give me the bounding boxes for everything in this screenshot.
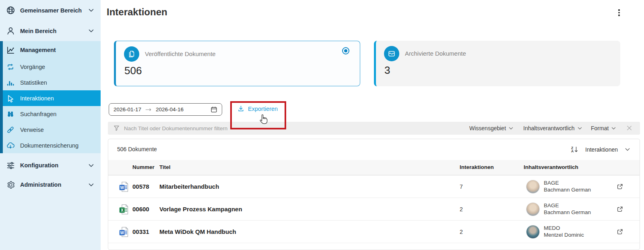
cell-interaktionen: 2 [460, 229, 463, 235]
owner-code: BAGE [544, 202, 591, 209]
open-external-icon[interactable] [616, 183, 623, 190]
date-range-picker[interactable]: 2026-01-17 2026-04-16 [109, 103, 222, 116]
download-icon [237, 105, 244, 112]
svg-text:X: X [121, 208, 124, 212]
sidebar-item-label: Mein Bereich [20, 28, 56, 34]
dropdown-label: Wissensgebiet [469, 125, 506, 131]
arrow-right-icon [145, 108, 152, 112]
table-row[interactable]: W 00331 Meta WiDok QM Handbuch 2 MEDO Me… [108, 221, 640, 243]
sidebar-item-label: Dokumentensicherung [20, 142, 78, 149]
table-row[interactable]: X 00600 Vorlage Prozess Kampagnen 2 BAGE… [108, 198, 640, 221]
cell-nummer: 00331 [132, 228, 149, 235]
sidebar-item-label: Interaktionen [20, 95, 54, 102]
cell-titel: Vorlage Prozess Kampagnen [159, 206, 242, 212]
date-from-value[interactable]: 2026-01-17 [114, 106, 141, 112]
sidebar-management-section: Management Vorgänge Statistiken Interakt… [0, 41, 101, 153]
radio-selected-icon[interactable] [342, 47, 349, 54]
owner-code: BAGE [544, 179, 591, 186]
sidebar-item-label: Administration [20, 181, 61, 188]
card-label: Archivierte Dokumente [405, 50, 466, 57]
card-value: 506 [124, 65, 142, 77]
sidebar-item-statistiken[interactable]: Statistiken [0, 75, 101, 90]
open-external-icon[interactable] [616, 206, 623, 213]
export-button[interactable]: Exportieren [237, 105, 278, 112]
column-header-interaktionen: Interaktionen [460, 164, 494, 170]
card-published-documents[interactable]: Veröffentlichte Dokumente 506 [114, 41, 360, 86]
filter-bar: Wissensgebiet Inhaltsverantwortlich Form… [108, 122, 640, 135]
chevron-down-icon [88, 7, 94, 13]
funnel-icon [114, 125, 120, 131]
filter-input[interactable] [124, 125, 257, 131]
chevron-down-icon[interactable] [625, 148, 630, 151]
page-title: Interaktionen [107, 6, 167, 18]
app-window: Gemeinsamer Bereich Mein Bereich Managem… [0, 0, 644, 250]
column-header-inhaltsverantwortlich: Inhaltsverantwortlich [524, 164, 578, 170]
dropdown-label: Inhaltsverantwortlich [523, 125, 575, 131]
chevron-down-icon [578, 127, 582, 130]
dropdown-inhaltsverantwortlich[interactable]: Inhaltsverantwortlich [523, 125, 582, 131]
dropdown-wissensgebiet[interactable]: Wissensgebiet [469, 125, 513, 131]
word-file-icon: W [119, 181, 129, 194]
cell-owner: BAGE Bachmann German [544, 179, 591, 193]
card-archived-documents[interactable]: Archivierte Dokumente 3 [374, 41, 620, 86]
word-file-icon: W [119, 227, 129, 239]
column-header-titel: Titel [159, 164, 171, 170]
chevron-down-icon [88, 182, 94, 188]
excel-file-icon: X [119, 204, 129, 217]
column-header-nummer: Nummer [132, 164, 155, 170]
sync-arrows-icon [6, 62, 15, 71]
dropdown-format[interactable]: Format [591, 125, 616, 131]
owner-name: Bachmann German [544, 209, 591, 216]
sidebar-item-dokumentensicherung[interactable]: Dokumentensicherung [0, 138, 101, 153]
avatar [526, 202, 540, 216]
gear-icon [6, 180, 15, 189]
chevron-down-icon [611, 127, 616, 130]
owner-code: MEDO [544, 225, 584, 231]
sidebar-item-management[interactable]: Management [0, 41, 101, 59]
card-label: Veröffentlichte Dokumente [145, 50, 216, 57]
table-row[interactable]: W 00578 Mitarbeiterhandbuch 7 BAGE Bachm… [108, 175, 640, 198]
sliders-icon [6, 161, 15, 170]
cell-interaktionen: 7 [460, 183, 463, 190]
sidebar-item-label: Konfiguration [20, 162, 58, 169]
chevron-down-icon [88, 162, 94, 169]
table-header: Nummer Titel Interaktionen Inhaltsverant… [108, 160, 640, 175]
line-chart-icon [6, 46, 15, 54]
calendar-icon[interactable] [211, 106, 217, 113]
sidebar-item-mein-bereich[interactable]: Mein Bereich [0, 21, 101, 41]
cell-titel: Meta WiDok QM Handbuch [159, 228, 236, 235]
sidebar-item-interaktionen[interactable]: Interaktionen [0, 90, 101, 106]
document-list-panel: 506 Dokumente ZA Interaktionen Nummer Ti… [108, 139, 640, 250]
sort-order-icon[interactable]: ZA [571, 146, 578, 153]
svg-text:W: W [120, 185, 124, 190]
person-icon [6, 27, 15, 35]
link-icon [6, 125, 15, 134]
cell-nummer: 00600 [132, 206, 149, 212]
avatar [526, 225, 540, 239]
bar-chart-icon [6, 78, 15, 87]
open-external-icon[interactable] [616, 228, 623, 235]
cursor-pointer-icon [6, 94, 15, 103]
cell-nummer: 00578 [132, 183, 149, 190]
binoculars-icon [6, 110, 15, 119]
cloud-download-icon [6, 141, 15, 150]
sidebar-item-vorgaenge[interactable]: Vorgänge [0, 59, 101, 75]
sort-dropdown[interactable]: Interaktionen [585, 146, 618, 153]
sidebar-item-administration[interactable]: Administration [0, 175, 101, 194]
sidebar-item-konfiguration[interactable]: Konfiguration [0, 156, 101, 175]
sidebar-item-suchanfragen[interactable]: Suchanfragen [0, 106, 101, 122]
date-to-value[interactable]: 2026-04-16 [156, 106, 184, 112]
sidebar-item-gemeinsamer-bereich[interactable]: Gemeinsamer Bereich [0, 0, 101, 21]
cell-owner: BAGE Bachmann German [544, 202, 591, 216]
sidebar-item-label: Suchanfragen [20, 111, 56, 117]
sidebar-item-label: Gemeinsamer Bereich [20, 7, 82, 14]
published-document-icon [124, 46, 139, 62]
clear-filters-icon[interactable] [626, 125, 632, 131]
cell-interaktionen: 2 [460, 206, 463, 212]
sidebar-item-verweise[interactable]: Verweise [0, 122, 101, 138]
cell-owner: MEDO Mentzel Dominic [544, 225, 584, 238]
sidebar-item-label: Management [20, 47, 56, 53]
sidebar-item-label: Verweise [20, 127, 44, 133]
kebab-menu-icon[interactable] [616, 9, 622, 18]
dropdown-label: Format [591, 125, 609, 131]
